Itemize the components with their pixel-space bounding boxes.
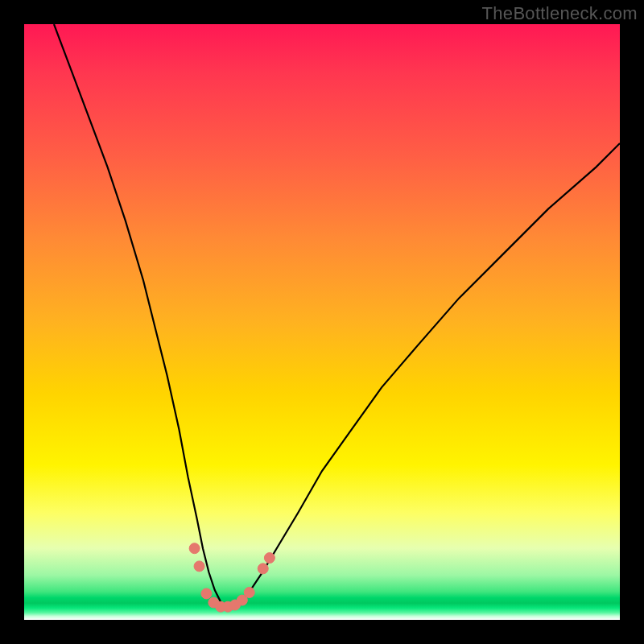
chart-frame: TheBottleneck.com: [0, 0, 644, 644]
curve-marker: [244, 587, 254, 597]
curve-marker: [264, 553, 275, 564]
curve-layer: [24, 24, 620, 620]
curve-marker: [194, 561, 204, 572]
watermark-text: TheBottleneck.com: [482, 3, 638, 24]
curve-marker: [258, 564, 268, 574]
bottleneck-curve: [54, 24, 620, 607]
curve-marker: [189, 543, 200, 554]
curve-markers: [189, 543, 275, 613]
curve-marker: [201, 588, 212, 599]
plot-area: [24, 24, 620, 620]
